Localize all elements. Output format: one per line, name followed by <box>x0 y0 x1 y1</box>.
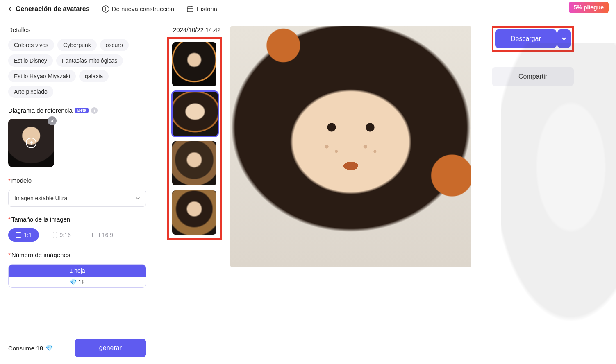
ratio-16-9-label: 16:9 <box>102 232 113 238</box>
download-dropdown[interactable] <box>557 29 571 48</box>
thumbnail-1[interactable] <box>172 42 216 86</box>
tag-miyazaki[interactable]: Estilo Hayao Miyazaki <box>8 70 76 82</box>
chevron-down-icon <box>561 37 566 41</box>
page-title: Generación de avatares <box>16 5 90 13</box>
ratio-16-9[interactable]: 16:9 <box>85 228 120 242</box>
preview-image[interactable] <box>230 26 471 267</box>
thumbnail-4[interactable] <box>172 190 216 235</box>
details-heading: Detalles <box>8 26 146 33</box>
generate-button[interactable]: generar <box>75 339 146 357</box>
nav-new-label: De nueva construcción <box>112 5 175 12</box>
ratio-1-1-label: 1:1 <box>24 232 32 238</box>
thumbnail-2[interactable] <box>172 91 218 136</box>
tag-cyberpunk[interactable]: Cyberpunk <box>57 39 97 51</box>
thumbnail-3[interactable] <box>172 141 216 185</box>
wide-icon <box>92 233 100 237</box>
back-button[interactable]: Generación de avatares <box>8 5 90 13</box>
share-button[interactable]: Compartir <box>492 67 574 86</box>
consume-label: Consume 18💎 <box>8 344 53 352</box>
tag-colores-vivos[interactable]: Colores vivos <box>8 39 54 51</box>
tag-galaxia[interactable]: galaxia <box>79 70 109 82</box>
gem-icon: 💎 <box>70 279 77 285</box>
generation-timestamp: 2024/10/22 14:42 <box>173 26 222 33</box>
zoom-icon[interactable]: ＋ <box>26 138 36 148</box>
thumbnails-highlight <box>167 37 222 240</box>
download-highlight: Descargar <box>492 26 574 52</box>
beta-badge: Beta <box>75 108 89 113</box>
tag-mitologicas[interactable]: Fantasías mitológicas <box>56 54 123 67</box>
square-icon <box>16 232 21 238</box>
chevron-down-icon <box>135 197 140 200</box>
gem-icon: 💎 <box>45 344 53 352</box>
remove-reference-button[interactable]: ✕ <box>48 116 57 125</box>
reference-image[interactable]: ✕ ＋ <box>8 119 54 167</box>
plus-circle-icon <box>102 5 109 13</box>
svg-rect-1 <box>187 7 193 12</box>
nav-history-label: Historia <box>196 5 217 12</box>
model-value: Imagen estable Ultra <box>14 195 67 201</box>
nav-history[interactable]: Historia <box>186 5 217 13</box>
model-label: modelo <box>8 177 146 184</box>
ratio-9-16-label: 9:16 <box>59 232 70 238</box>
history-icon <box>186 5 194 13</box>
portrait-icon <box>53 232 57 238</box>
tag-pixelado[interactable]: Arte pixelado <box>8 86 53 98</box>
style-tags: Colores vivos Cyberpunk oscuro Estilo Di… <box>8 39 146 98</box>
tag-oscuro[interactable]: oscuro <box>100 39 129 51</box>
chevron-left-icon <box>8 6 12 12</box>
image-count-button[interactable]: 1 hoja 💎18 <box>8 264 146 288</box>
promo-badge[interactable]: 5% pliegue <box>569 2 609 13</box>
info-icon[interactable]: i <box>91 107 98 114</box>
download-button[interactable]: Descargar <box>495 29 557 48</box>
size-label: Tamaño de la imagen <box>8 216 146 223</box>
ratio-9-16[interactable]: 9:16 <box>45 228 78 242</box>
tag-disney[interactable]: Estilo Disney <box>8 54 53 67</box>
model-select[interactable]: Imagen estable Ultra <box>8 190 146 207</box>
reference-heading: Diagrama de referencia <box>8 107 73 114</box>
nav-new[interactable]: De nueva construcción <box>102 5 175 13</box>
ratio-1-1[interactable]: 1:1 <box>8 228 39 242</box>
count-label: Número de imágenes <box>8 251 146 258</box>
count-value: 1 hoja <box>9 265 146 277</box>
count-cost: 18 <box>78 279 85 285</box>
